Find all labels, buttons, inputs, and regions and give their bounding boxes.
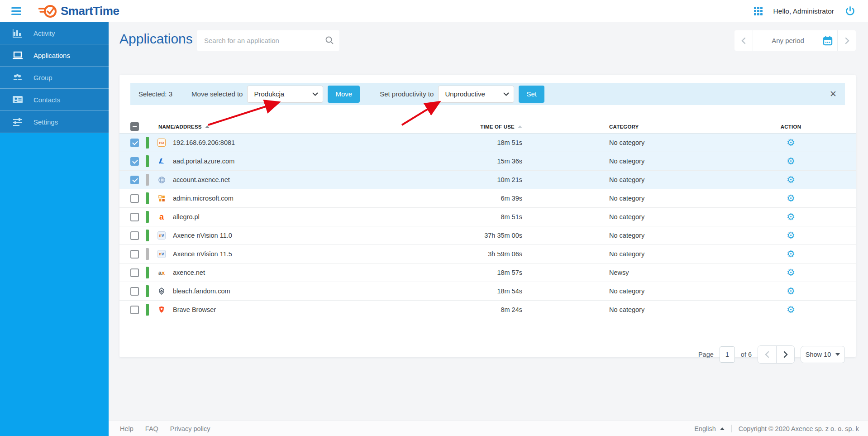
productivity-select[interactable]: Unproductive — [438, 86, 514, 103]
select-all-checkbox[interactable] — [130, 122, 139, 131]
chevron-down-icon — [503, 92, 509, 96]
user-greeting: Hello, Administrator — [773, 7, 834, 15]
logout-power-icon[interactable] — [845, 6, 855, 16]
sidebar-item-contacts[interactable]: Contacts — [0, 89, 109, 111]
smarttime-logo-icon — [38, 3, 57, 19]
page-label: Page — [698, 351, 714, 358]
time-of-use: 18m 57s — [398, 269, 522, 276]
category-value: Newsy — [522, 269, 726, 276]
gear-icon[interactable]: ⚙ — [787, 230, 795, 241]
move-button[interactable]: Move — [328, 86, 360, 103]
main-content: Applications Any period — [109, 22, 868, 436]
faq-link[interactable]: FAQ — [145, 425, 158, 432]
row-checkbox[interactable] — [130, 231, 139, 240]
table-row[interactable]: aad.portal.azure.com 15m 36s No category… — [119, 152, 856, 171]
allegro-icon: a — [157, 213, 166, 221]
show-per-page-select[interactable]: Show 10 — [801, 346, 845, 363]
show-per-page-value: Show 10 — [806, 351, 831, 358]
applications-card: Selected: 3 Move selected to Produkcja M… — [119, 75, 856, 357]
productivity-bar — [146, 155, 149, 167]
bulk-action-bar: Selected: 3 Move selected to Produkcja M… — [130, 83, 845, 105]
next-page-button[interactable] — [776, 346, 794, 363]
time-of-use: 10m 21s — [398, 176, 522, 183]
set-button[interactable]: Set — [519, 86, 544, 103]
move-to-selected-value: Produkcja — [254, 90, 284, 98]
sidebar-item-group[interactable]: Group — [0, 67, 109, 89]
top-bar: SmartTime Hello, Administrator — [0, 0, 868, 22]
row-checkbox[interactable] — [130, 139, 139, 147]
category-value: No category — [522, 287, 726, 295]
calendar-icon[interactable] — [823, 36, 833, 46]
sidebar-item-label: Contacts — [33, 96, 60, 104]
sidebar-item-activity[interactable]: Activity — [0, 22, 109, 44]
category-value: No category — [522, 139, 726, 146]
time-of-use: 18m 51s — [398, 139, 522, 146]
row-checkbox[interactable] — [130, 157, 139, 166]
footer: Help FAQ Privacy policy English Copyrigh… — [109, 421, 868, 436]
table-row[interactable]: nV Axence nVision 11.5 3h 59m 06s No cat… — [119, 245, 856, 264]
gear-icon[interactable]: ⚙ — [787, 249, 795, 259]
gear-icon[interactable]: ⚙ — [787, 174, 795, 185]
hamburger-menu-icon[interactable] — [11, 5, 21, 17]
table-row[interactable]: bleach.fandom.com 18m 54s No category ⚙ — [119, 282, 856, 301]
search-input[interactable] — [197, 30, 339, 51]
period-value[interactable]: Any period — [753, 37, 823, 44]
column-header-name[interactable]: NAME/ADDRESS — [146, 124, 398, 129]
gear-icon[interactable]: ⚙ — [787, 193, 795, 204]
table-row[interactable]: nV Axence nVision 11.0 37h 35m 00s No ca… — [119, 226, 856, 245]
gear-icon[interactable]: ⚙ — [787, 137, 795, 148]
bar-chart-icon — [12, 29, 23, 38]
category-value: No category — [522, 213, 726, 220]
period-prev-button[interactable] — [734, 30, 753, 51]
table-row[interactable]: admin.microsoft.com 6m 39s No category ⚙ — [119, 189, 856, 208]
table-row[interactable]: HD 192.168.69.206:8081 18m 51s No catego… — [119, 134, 856, 152]
table-row[interactable]: a allegro.pl 8m 51s No category ⚙ — [119, 208, 856, 226]
row-checkbox[interactable] — [130, 268, 139, 277]
sidebar-item-settings[interactable]: Settings — [0, 111, 109, 133]
apps-grid-icon[interactable] — [754, 7, 763, 15]
sort-icon — [518, 125, 522, 128]
app-name: allegro.pl — [173, 213, 398, 220]
row-checkbox[interactable] — [130, 287, 139, 296]
app-name: account.axence.net — [173, 176, 398, 183]
people-icon — [12, 73, 23, 82]
category-value: No category — [522, 232, 726, 239]
privacy-policy-link[interactable]: Privacy policy — [170, 425, 210, 432]
application-search — [197, 30, 339, 51]
gear-icon[interactable]: ⚙ — [787, 304, 795, 315]
chevron-down-icon — [312, 92, 318, 96]
row-checkbox[interactable] — [130, 194, 139, 203]
gear-icon[interactable]: ⚙ — [787, 211, 795, 222]
close-icon[interactable]: ✕ — [830, 90, 837, 98]
move-to-select[interactable]: Produkcja — [247, 86, 323, 103]
column-header-category[interactable]: CATEGORY — [522, 124, 726, 129]
prev-page-button[interactable] — [758, 346, 776, 363]
brand-name: SmartTime — [61, 4, 119, 18]
productivity-bar — [146, 248, 149, 260]
row-checkbox[interactable] — [130, 176, 139, 184]
period-next-button[interactable] — [838, 30, 856, 51]
page-title: Applications — [119, 31, 193, 47]
category-value: No category — [522, 250, 726, 258]
productivity-bar — [146, 211, 149, 223]
page-count: of 6 — [741, 351, 752, 358]
language-select[interactable]: English — [694, 425, 725, 432]
gear-icon[interactable]: ⚙ — [787, 267, 795, 278]
page-number-input[interactable] — [720, 346, 735, 363]
app-name: bleach.fandom.com — [173, 287, 398, 295]
azure-icon — [157, 157, 166, 165]
gear-icon[interactable]: ⚙ — [787, 156, 795, 167]
row-checkbox[interactable] — [130, 213, 139, 221]
time-of-use: 37h 35m 00s — [398, 232, 522, 239]
sidebar-item-applications[interactable]: Applications — [0, 44, 109, 67]
table-row[interactable]: ax axence.net 18m 57s Newsy ⚙ — [119, 264, 856, 282]
row-checkbox[interactable] — [130, 306, 139, 314]
search-icon[interactable] — [325, 36, 334, 47]
gear-icon[interactable]: ⚙ — [787, 286, 795, 297]
productivity-label: Set productivity to — [380, 90, 434, 98]
table-row[interactable]: account.axence.net 10m 21s No category ⚙ — [119, 171, 856, 189]
table-row[interactable]: Brave Browser 8m 24s No category ⚙ — [119, 301, 856, 319]
row-checkbox[interactable] — [130, 250, 139, 259]
column-header-time[interactable]: TIME OF USE — [398, 124, 522, 129]
help-link[interactable]: Help — [120, 425, 134, 432]
